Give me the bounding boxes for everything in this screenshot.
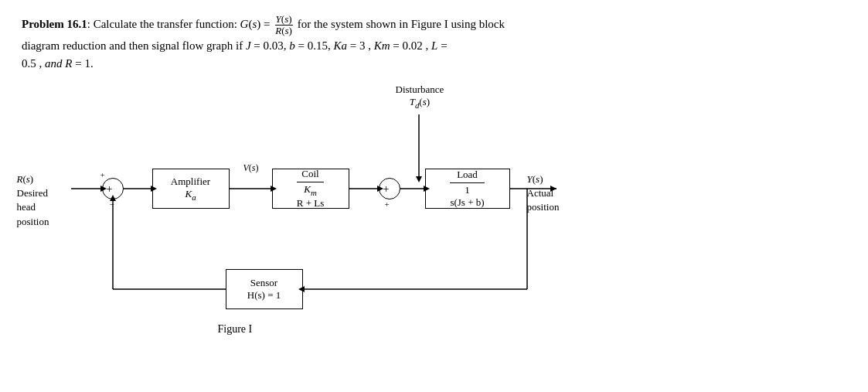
problem-statement: Problem 16.1: Calculate the transfer fun… (22, 14, 846, 73)
figure-label: Figure I (218, 323, 253, 336)
load-title: Load (457, 169, 478, 181)
problem-text-before: : Calculate the transfer function: (87, 18, 240, 30)
amplifier-title: Amplifier (171, 176, 210, 188)
summing-junction-1 (102, 178, 124, 199)
minus-sign-1: − (110, 199, 114, 209)
coil-title: Coil (301, 168, 318, 180)
transfer-function-fraction: Y(s)R(s) (274, 14, 293, 37)
equals-sign: = (260, 18, 273, 30)
output-position: position (527, 200, 560, 214)
fraction-numerator: Y(s) (275, 14, 293, 26)
sensor-title: Sensor (250, 277, 277, 289)
disturbance-title: Disturbance (396, 84, 444, 96)
block-diagram: Disturbance Td(s) R(s) Desired head posi… (17, 84, 836, 331)
load-block: Load 1 s(Js + b) (425, 169, 510, 209)
output-ys: Y(s) (527, 172, 560, 186)
v-s-label: V(s) (243, 162, 259, 174)
plus-sign-1: + (100, 170, 105, 179)
sensor-tf: H(s) = 1 (247, 289, 281, 302)
coil-block: Coil Km R + Ls (272, 169, 349, 209)
sensor-block: Sensor H(s) = 1 (226, 269, 303, 309)
g-s-label: G(s) (240, 18, 261, 30)
plus-sign-2: + (385, 199, 390, 209)
output-actual: Actual (527, 186, 560, 200)
load-tf: 1 s(Js + b) (450, 182, 484, 209)
input-r: R(s) (17, 172, 49, 186)
junction2-cross: + (383, 183, 390, 196)
disturbance-tf: Td(s) (396, 96, 444, 110)
input-position: position (17, 215, 49, 229)
disturbance-label: Disturbance Td(s) (396, 84, 444, 110)
junction1-cross: + (107, 183, 113, 196)
problem-label: Problem 16.1 (22, 18, 87, 30)
svg-marker-13 (416, 176, 422, 182)
amplifier-tf: Ka (185, 188, 196, 202)
line2-text: diagram reduction and then signal flow g… (22, 39, 246, 52)
fraction-denominator: R(s) (274, 26, 293, 36)
page: Problem 16.1: Calculate the transfer fun… (0, 0, 868, 392)
text-after: for the system shown in Figure I using b… (294, 18, 505, 30)
input-desired: Desired (17, 186, 49, 200)
amplifier-block: Amplifier Ka (152, 169, 230, 209)
output-labels: Y(s) Actual position (527, 172, 560, 215)
coil-tf: Km R + Ls (297, 182, 325, 210)
input-head: head (17, 200, 49, 214)
summing-junction-2 (379, 178, 400, 199)
input-labels: R(s) Desired head position (17, 172, 49, 229)
